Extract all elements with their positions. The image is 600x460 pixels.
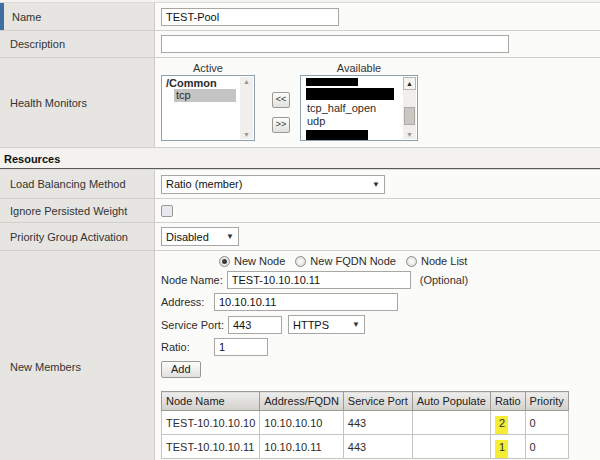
member-ratio: 2 — [490, 411, 525, 435]
highlighted-ratio-value: 1 — [495, 440, 508, 459]
highlighted-ratio-value: 2 — [495, 416, 508, 435]
redacted-monitor-item — [306, 130, 368, 140]
priority-group-activation-value: Disabled — [166, 231, 209, 243]
address-label: Address: — [161, 296, 210, 308]
load-balancing-method-value: Ratio (member) — [166, 178, 242, 190]
members-table: Node Name Address/FQDN Service Port Auto… — [161, 391, 569, 459]
new-members-label: New Members — [10, 361, 81, 373]
active-monitors-header: Active — [161, 60, 255, 75]
priority-group-activation-row: Priority Group Activation Disabled ▼ — [0, 223, 600, 251]
node-list-radio[interactable] — [406, 256, 417, 267]
member-type-radio-group: New Node New FQDN Node Node List — [219, 255, 594, 267]
member-node-name: TEST-10.10.10.11 — [162, 435, 260, 459]
resources-section-header: Resources — [0, 148, 600, 169]
active-monitor-item-tcp[interactable]: tcp — [174, 89, 236, 102]
node-name-input[interactable] — [227, 271, 411, 289]
available-list-scrollbar[interactable]: ▲ ▼ — [403, 77, 416, 139]
new-node-radio-label: New Node — [234, 255, 285, 267]
name-label: Name — [12, 11, 41, 23]
scroll-down-icon[interactable]: ▼ — [240, 130, 253, 139]
available-monitors-header: Available — [300, 60, 418, 75]
col-header-auto-populate: Auto Populate — [412, 392, 490, 411]
member-auto-populate — [412, 411, 490, 435]
active-monitors-listbox[interactable]: /Common tcp ▲ ▼ — [161, 75, 255, 141]
health-monitors-row: Health Monitors Active /Common tcp ▲ ▼ <… — [0, 58, 600, 148]
move-to-active-button[interactable]: << — [272, 92, 290, 108]
col-header-address-fqdn: Address/FQDN — [260, 392, 344, 411]
priority-group-activation-label: Priority Group Activation — [10, 231, 128, 243]
member-node-name: TEST-10.10.10.10 — [162, 411, 260, 435]
member-row[interactable]: TEST-10.10.10.10 10.10.10.10 443 2 0 — [162, 411, 569, 435]
description-row: Description — [0, 31, 600, 58]
available-monitors-listbox[interactable]: tcp_half_open udp ▲ ▼ — [300, 75, 418, 141]
new-node-radio[interactable] — [219, 256, 230, 267]
scroll-up-icon[interactable]: ▲ — [403, 77, 416, 90]
ratio-label: Ratio: — [161, 341, 210, 353]
available-monitor-item-udp[interactable]: udp — [305, 115, 415, 128]
load-balancing-method-label: Load Balancing Method — [10, 178, 126, 190]
available-monitor-item-tcp-half-open[interactable]: tcp_half_open — [305, 102, 415, 115]
col-header-node-name: Node Name — [162, 392, 260, 411]
dropdown-arrow-icon: ▼ — [352, 320, 360, 329]
service-port-label: Service Port: — [161, 319, 224, 331]
redacted-monitor-item — [306, 78, 358, 86]
ignore-persisted-weight-row: Ignore Persisted Weight — [0, 199, 600, 223]
add-member-button[interactable]: Add — [161, 361, 201, 378]
redacted-monitor-item — [306, 88, 394, 100]
dropdown-arrow-icon: ▼ — [226, 232, 234, 241]
member-ratio: 1 — [490, 435, 525, 459]
load-balancing-method-select[interactable]: Ratio (member) ▼ — [161, 175, 385, 194]
priority-group-activation-select[interactable]: Disabled ▼ — [161, 227, 239, 246]
member-address-fqdn: 10.10.10.11 — [260, 435, 344, 459]
col-header-ratio: Ratio — [490, 392, 525, 411]
col-header-priority: Priority — [525, 392, 568, 411]
ignore-persisted-weight-checkbox[interactable] — [161, 205, 173, 217]
resources-form: Load Balancing Method Ratio (member) ▼ I… — [0, 169, 600, 460]
dropdown-arrow-icon: ▼ — [372, 180, 380, 189]
service-protocol-select[interactable]: HTTPS ▼ — [288, 315, 365, 334]
member-priority: 0 — [525, 435, 568, 459]
member-address-fqdn: 10.10.10.10 — [260, 411, 344, 435]
member-service-port: 443 — [343, 411, 412, 435]
node-list-radio-label: Node List — [421, 255, 467, 267]
new-fqdn-node-radio-label: New FQDN Node — [310, 255, 396, 267]
name-input[interactable] — [161, 8, 339, 26]
new-fqdn-node-radio[interactable] — [295, 256, 306, 267]
member-auto-populate — [412, 435, 490, 459]
required-field-indicator — [0, 3, 4, 30]
scrollbar-thumb[interactable] — [404, 107, 415, 125]
service-port-input[interactable] — [228, 316, 282, 334]
service-protocol-value: HTTPS — [293, 319, 329, 331]
scroll-up-icon[interactable]: ▲ — [240, 77, 253, 86]
name-label-cell: Name — [0, 3, 155, 30]
health-monitors-label: Health Monitors — [10, 97, 87, 109]
member-row[interactable]: TEST-10.10.10.11 10.10.10.11 443 1 0 — [162, 435, 569, 459]
description-input[interactable] — [161, 35, 509, 53]
optional-note: (Optional) — [420, 274, 468, 286]
col-header-service-port: Service Port — [343, 392, 412, 411]
scroll-down-icon[interactable]: ▼ — [403, 130, 416, 139]
ratio-input[interactable] — [214, 338, 268, 356]
member-priority: 0 — [525, 411, 568, 435]
active-list-scrollbar[interactable]: ▲ ▼ — [240, 77, 253, 139]
node-name-label: Node Name: — [161, 274, 223, 286]
load-balancing-method-row: Load Balancing Method Ratio (member) ▼ — [0, 170, 600, 199]
pool-configuration-form: Name Description Health Monitors Active … — [0, 2, 600, 148]
address-input[interactable] — [214, 293, 398, 311]
description-label: Description — [10, 38, 65, 50]
member-service-port: 443 — [343, 435, 412, 459]
members-table-header-row: Node Name Address/FQDN Service Port Auto… — [162, 392, 569, 411]
monitor-partition-group: /Common — [164, 77, 252, 89]
move-to-available-button[interactable]: >> — [272, 117, 290, 133]
ignore-persisted-weight-label: Ignore Persisted Weight — [10, 205, 127, 217]
new-members-row: New Members New Node New FQDN Node Node … — [0, 251, 600, 460]
name-row: Name — [0, 3, 600, 31]
